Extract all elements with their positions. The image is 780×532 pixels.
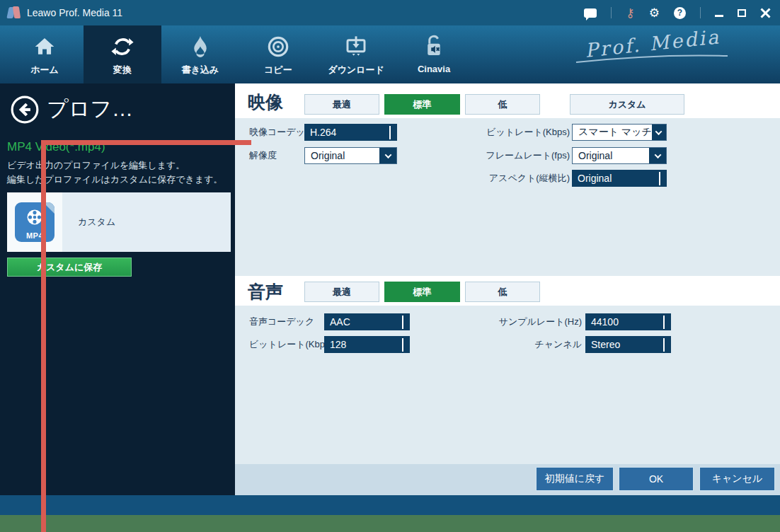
- video-codec-dropdown[interactable]: H.264: [304, 124, 397, 141]
- audio-quality-standard-button[interactable]: 標準: [384, 282, 460, 302]
- resolution-dropdown[interactable]: Original: [304, 147, 397, 164]
- home-icon: [31, 33, 58, 61]
- mp4-icon-label: MP4: [15, 231, 55, 240]
- channel-dropdown[interactable]: Stereo: [585, 336, 671, 353]
- sidebar: プロフ… MP4 Video(*.mp4) ビデオ出力のプロファイルを編集します…: [0, 83, 235, 495]
- nav-item-cinavia[interactable]: Cinavia: [395, 25, 473, 83]
- ok-button[interactable]: OK: [619, 467, 694, 491]
- samplerate-label: サンプルレート(Hz): [464, 313, 582, 330]
- download-icon: [343, 33, 369, 61]
- cancel-button[interactable]: キャンセル: [699, 467, 775, 491]
- mp4-file-icon-cell: MP4: [7, 192, 62, 252]
- video-quality-best-button[interactable]: 最適: [304, 94, 379, 115]
- profile-description-line2: 編集したプロファイルはカスタムに保存できます。: [7, 173, 222, 186]
- brand-logo: Prof. Media: [575, 33, 738, 79]
- main-nav: ホーム 変換 書き込み コピー: [0, 25, 780, 83]
- help-icon: ?: [674, 7, 686, 19]
- close-button[interactable]: [760, 8, 770, 18]
- video-section-title: 映像: [248, 91, 283, 114]
- framerate-dropdown[interactable]: Original: [572, 147, 667, 164]
- cinavia-lock-icon: [420, 33, 447, 61]
- chevron-down-icon: [402, 338, 403, 351]
- video-bitrate-label: ビットレート(Kbps): [453, 124, 570, 141]
- chevron-down-icon: [659, 172, 660, 185]
- nav-item-burn[interactable]: 書き込み: [161, 25, 239, 83]
- video-custom-button[interactable]: カスタム: [570, 94, 684, 115]
- nav-item-copy[interactable]: コピー: [239, 25, 317, 83]
- chevron-down-icon: [389, 126, 391, 139]
- sidebar-title: プロフ…: [47, 95, 133, 124]
- nav-item-convert[interactable]: 変換: [84, 25, 161, 83]
- chat-bubble-icon: [584, 8, 597, 18]
- footer-bar: [235, 464, 780, 495]
- help-button[interactable]: ?: [674, 7, 686, 19]
- flame-icon: [187, 33, 214, 61]
- chevron-down-icon: [663, 316, 665, 328]
- chevron-down-icon: [379, 148, 396, 163]
- profile-description-line1: ビデオ出力のプロファイルを編集します。: [7, 159, 185, 172]
- divider: [700, 7, 701, 18]
- nav-item-download[interactable]: ダウンロード: [317, 25, 395, 83]
- channel-label: チャンネル: [464, 336, 582, 353]
- aspect-dropdown[interactable]: Original: [572, 170, 667, 187]
- gear-icon[interactable]: ⚙: [649, 7, 660, 19]
- minimize-button[interactable]: [715, 9, 723, 17]
- video-quality-low-button[interactable]: 低: [465, 94, 540, 115]
- resolution-label: 解像度: [249, 147, 277, 164]
- audio-bitrate-dropdown[interactable]: 128: [324, 336, 410, 353]
- aspect-label: アスペクト(縦横比): [453, 170, 570, 187]
- feedback-button[interactable]: [584, 8, 597, 18]
- framerate-label: フレームレート(fps): [453, 147, 570, 164]
- red-annotation-line-horizontal: [41, 140, 251, 145]
- video-quality-standard-button[interactable]: 標準: [384, 94, 460, 115]
- maximize-button[interactable]: [738, 9, 746, 17]
- mp4-file-icon: MP4: [15, 202, 55, 242]
- title-bar: Leawo Prof. Media 11 ⚷ ⚙ ?: [0, 0, 780, 25]
- custom-item-label: カスタム: [78, 216, 115, 229]
- app-logo-icon: [7, 6, 21, 20]
- chevron-down-icon: [402, 316, 403, 328]
- audio-quality-best-button[interactable]: 最適: [304, 282, 379, 302]
- audio-codec-dropdown[interactable]: AAC: [324, 313, 410, 330]
- audio-codec-label: 音声コーデック: [249, 313, 314, 330]
- window-bottom-bar: [0, 495, 780, 515]
- close-icon: [760, 8, 770, 18]
- video-bitrate-dropdown[interactable]: スマート マッチ: [572, 124, 667, 141]
- save-to-custom-button[interactable]: カスタムに保存: [7, 258, 132, 277]
- nav-item-home[interactable]: ホーム: [6, 25, 84, 83]
- maximize-icon: [738, 9, 746, 17]
- reset-defaults-button[interactable]: 初期値に戻す: [536, 467, 614, 491]
- back-button[interactable]: [10, 95, 40, 125]
- convert-icon: [109, 33, 136, 61]
- audio-bitrate-label: ビットレート(Kbps): [249, 336, 333, 353]
- chevron-down-icon: [663, 338, 665, 351]
- register-key-icon[interactable]: ⚷: [626, 7, 634, 19]
- samplerate-dropdown[interactable]: 44100: [585, 313, 671, 330]
- minimize-icon: [715, 15, 723, 17]
- window-title: Leawo Prof. Media 11: [27, 7, 122, 18]
- video-settings-panel: [235, 118, 780, 276]
- disc-icon: [265, 33, 292, 61]
- chevron-down-icon: [652, 125, 666, 140]
- audio-section-title: 音声: [248, 280, 283, 303]
- audio-quality-low-button[interactable]: 低: [465, 282, 540, 302]
- chevron-down-icon: [649, 148, 666, 163]
- divider: [611, 7, 612, 18]
- red-annotation-line-vertical: [41, 140, 46, 532]
- desktop-background: [0, 515, 780, 532]
